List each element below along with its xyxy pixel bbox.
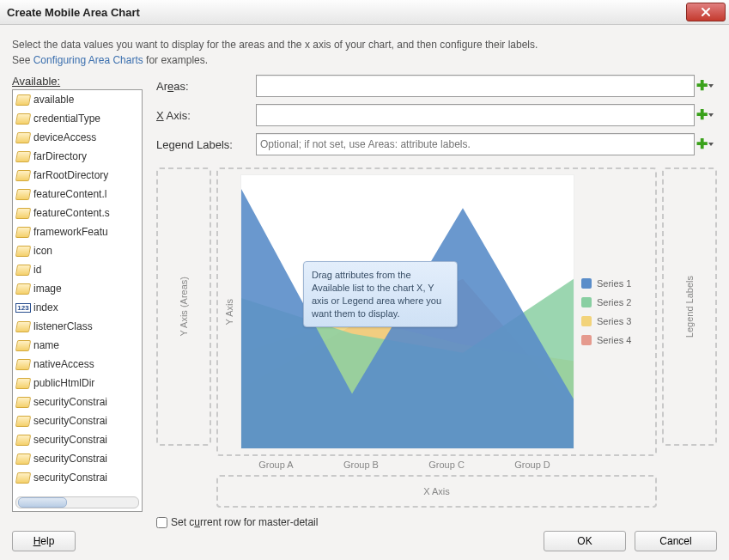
legend-dropzone[interactable]: Legend Labels [662,167,717,446]
plus-icon: ✚ [696,139,708,149]
list-item-label: securityConstrai [33,453,107,465]
list-item-label: publicHtmlDir [33,377,94,389]
x-tick-label: Group A [258,460,293,470]
xaxis-add-button[interactable]: ✚ [695,107,715,124]
list-item[interactable]: securityConstrai [13,393,142,411]
tag-icon [16,131,30,143]
master-detail-label: Set current row for master-detail [171,516,318,528]
chart-y-axis-label: Y Axis [223,174,235,449]
chart-plot: Drag attributes from the Available list … [240,174,574,449]
chart-dropzone[interactable]: Y Axis Drag attributes from the Availabl… [216,167,657,456]
list-item[interactable]: image [13,279,142,298]
plus-icon: ✚ [696,110,708,120]
legend-input[interactable] [256,133,695,155]
list-item-label: securityConstrai [33,434,107,446]
tag-icon [16,150,30,162]
legend-label: Legend Labels: [156,138,256,151]
tag-icon [16,377,30,389]
list-item[interactable]: frameworkFeatu [13,222,142,241]
close-button[interactable] [686,3,726,21]
desc-line1: Select the data values you want to displ… [12,39,538,51]
legend-label: Series 2 [597,297,631,307]
chart-x-labels: Group AGroup BGroup CGroup D [216,456,657,472]
list-item[interactable]: nativeAccess [13,355,142,374]
config-link[interactable]: Configuring Area Charts [33,54,143,66]
chevron-down-icon [708,113,714,117]
tag-icon [16,188,30,200]
master-detail-checkbox[interactable] [156,517,167,528]
tag-icon [16,434,30,446]
plus-icon: ✚ [696,81,708,91]
description: Select the data values you want to displ… [0,25,729,75]
list-item-label: image [33,283,62,295]
list-item[interactable]: name [13,336,142,355]
list-item[interactable]: securityConstrai [13,411,142,430]
legend-swatch [581,297,592,307]
list-item[interactable]: deviceAccess [13,128,142,147]
chart-legend: Series 1Series 2Series 3Series 4 [580,174,650,449]
list-item[interactable]: icon [13,241,142,260]
list-item[interactable]: publicHtmlDir [13,374,142,393]
list-item[interactable]: securityConstrai [13,449,142,468]
list-item-label: index [33,301,58,313]
list-item[interactable]: featureContent.l [13,185,142,204]
legend-add-button[interactable]: ✚ [695,136,715,153]
list-item[interactable]: farDirectory [13,147,142,166]
list-item[interactable]: 123index [13,298,142,317]
help-button[interactable]: Help [12,531,76,551]
areas-input[interactable] [256,75,695,97]
list-item[interactable]: featureContent.s [13,204,142,222]
list-item-label: featureContent.l [33,188,106,200]
master-detail-checkbox-row[interactable]: Set current row for master-detail [156,514,717,530]
tag-icon [16,358,30,370]
chevron-down-icon [708,143,714,146]
tag-icon [16,320,30,332]
list-item[interactable]: available [13,90,142,109]
cancel-button[interactable]: Cancel [635,531,717,551]
list-item-label: credentialType [33,113,100,125]
available-listbox[interactable]: availablecredentialTypedeviceAccessfarDi… [12,89,143,512]
desc-line2b: for examples. [143,54,208,66]
legend-label: Series 4 [597,335,631,345]
list-item-label: icon [33,245,52,257]
legend-swatch [581,335,592,345]
xaxis-label: X Axis: [156,109,256,122]
list-item[interactable]: listenerClass [13,317,142,336]
legend-label: Series 3 [597,316,631,326]
available-heading: Available: [12,75,143,88]
ok-button[interactable]: OK [544,531,626,551]
y-axis-dropzone[interactable]: Y Axis (Areas) [156,167,211,446]
x-tick-label: Group B [343,460,379,470]
window-title: Create Mobile Area Chart [7,6,686,19]
list-item-label: frameworkFeatu [33,226,108,238]
list-item-label: listenerClass [33,320,93,332]
areas-add-button[interactable]: ✚ [695,77,715,94]
close-icon [701,7,711,17]
tag-icon [16,264,30,276]
tag-icon [16,113,30,125]
legend-item: Series 1 [581,278,650,289]
list-item-label: securityConstrai [33,472,107,484]
list-item[interactable]: credentialType [13,109,142,128]
list-item-label: securityConstrai [33,415,107,427]
x-axis-dropzone[interactable]: X Axis [216,475,657,508]
list-item[interactable]: securityConstrai [13,430,142,449]
tag-icon [16,283,30,295]
list-item-label: featureContent.s [33,207,110,219]
legend-item: Series 4 [581,335,650,345]
horizontal-scrollbar[interactable] [15,496,139,508]
tag-icon [16,245,30,257]
list-item[interactable]: securityConstrai [13,468,142,487]
list-item-label: available [33,94,74,106]
list-item-label: farRootDirectory [33,169,108,181]
tag-icon [16,226,30,238]
list-item[interactable]: farRootDirectory [13,166,142,185]
xaxis-input[interactable] [256,104,695,126]
number-icon: 123 [16,301,30,313]
list-item[interactable]: id [13,260,142,279]
tag-icon [16,472,30,484]
x-tick-label: Group C [428,460,465,470]
list-item-label: nativeAccess [33,358,94,370]
scrollbar-thumb[interactable] [18,497,67,508]
legend-swatch [581,316,592,326]
